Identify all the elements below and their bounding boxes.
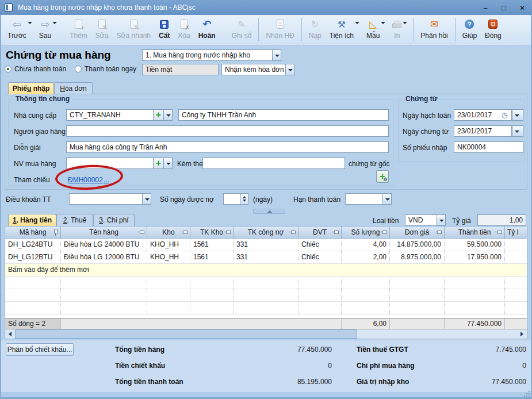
cell-so-luong[interactable]: 2,00: [342, 251, 390, 263]
column-header-don-gia[interactable]: Đơn giá: [390, 227, 445, 238]
resize-grip[interactable]: [523, 393, 530, 397]
cell[interactable]: [445, 277, 505, 289]
cell[interactable]: [5, 302, 61, 314]
cell[interactable]: [61, 302, 147, 314]
doc-type-dropdown-arrow[interactable]: [272, 49, 281, 61]
supplier-code-field[interactable]: CTY_TRANANH: [66, 109, 154, 121]
tab-hang-tien[interactable]: 1. Hàng tiền: [8, 214, 56, 226]
cell-kho[interactable]: KHO_HH: [147, 239, 190, 251]
cell[interactable]: [5, 277, 61, 289]
empty-row[interactable]: [5, 289, 527, 302]
column-header-ma-hang[interactable]: Mã hàng: [5, 227, 61, 238]
tab-phieu-nhap[interactable]: Phiếu nhập: [8, 82, 54, 94]
horizontal-scrollbar[interactable]: [5, 329, 527, 339]
close-button[interactable]: ×: [516, 2, 529, 13]
tab-chi-phi[interactable]: 3. Chi phí: [93, 214, 135, 226]
toolbar-button-tien-ich[interactable]: Tiện ích: [326, 15, 358, 45]
cell-so-luong[interactable]: 4,00: [342, 239, 390, 251]
toolbar-button-sau[interactable]: Sau: [35, 15, 55, 45]
add-new-row-hint[interactable]: Bấm vào đây để thêm mới: [5, 264, 527, 276]
cell-ty-le[interactable]: [505, 239, 527, 251]
allocate-discount-button[interactable]: Phân bổ chiết khấu...: [6, 343, 74, 356]
radio-chua-thanh-toan[interactable]: Chưa thanh toán: [5, 65, 66, 73]
cell[interactable]: [234, 302, 298, 314]
column-header-thanh-tien[interactable]: Thành tiền: [445, 227, 505, 238]
chevron-down-icon[interactable]: [355, 22, 359, 24]
column-header-tk-kho[interactable]: TK Kho: [190, 227, 234, 238]
tab-hoa-don[interactable]: Hóa đơn: [54, 82, 93, 94]
cell-thanh-tien[interactable]: 17.950.000: [445, 251, 505, 263]
cell-ma-hang[interactable]: DH_LG12BTU: [5, 251, 61, 263]
table-row[interactable]: DH_LG24BTU Điều hòa LG 24000 BTU KHO_HH …: [5, 239, 527, 251]
cell[interactable]: [505, 277, 527, 289]
invoice-option-dropdown-arrow[interactable]: [285, 64, 294, 75]
toolbar-button-truoc[interactable]: Trước: [3, 15, 30, 45]
cell[interactable]: [190, 277, 234, 289]
cell-dvt[interactable]: Chiếc: [298, 251, 342, 263]
cell[interactable]: [147, 302, 190, 314]
pin-icon[interactable]: [140, 231, 144, 234]
cell-tk-kho[interactable]: 1561: [190, 251, 234, 263]
description-field[interactable]: Mua hàng của công ty Trần Anh: [66, 141, 389, 153]
cell[interactable]: [445, 302, 505, 314]
cell-don-gia[interactable]: 14.875.000,00: [390, 239, 445, 251]
scroll-right-arrow[interactable]: [517, 329, 527, 339]
supplier-name-field[interactable]: Công ty TNHH Trần Anh: [178, 109, 389, 121]
add-new-row[interactable]: Bấm vào đây để thêm mới: [5, 264, 527, 277]
toolbar-button-hoan[interactable]: Hoãn: [194, 15, 220, 45]
toolbar-button-giup[interactable]: ? Giúp: [458, 15, 481, 45]
add-supplier-button[interactable]: +: [153, 109, 164, 121]
cell[interactable]: [298, 277, 342, 289]
due-date-combobox[interactable]: [345, 193, 383, 205]
debt-days-stepper[interactable]: [223, 193, 248, 205]
cell[interactable]: [61, 277, 147, 289]
pin-icon[interactable]: [183, 231, 187, 234]
deliverer-field[interactable]: [66, 125, 389, 137]
cell[interactable]: [505, 289, 527, 301]
minimize-button[interactable]: –: [479, 2, 492, 13]
cell[interactable]: [445, 289, 505, 301]
due-date-dropdown-arrow[interactable]: [382, 193, 392, 205]
cell[interactable]: [61, 289, 147, 301]
cell[interactable]: [505, 302, 527, 314]
currency-combobox[interactable]: VND: [405, 214, 437, 226]
add-buyer-button[interactable]: +: [153, 158, 164, 169]
cell[interactable]: [298, 289, 342, 301]
currency-dropdown-arrow[interactable]: [437, 214, 446, 226]
pin-icon[interactable]: [437, 231, 442, 234]
cell-tk-kho[interactable]: 1561: [190, 239, 234, 251]
cell[interactable]: [342, 302, 390, 314]
column-header-ten-hang[interactable]: Tên hàng: [61, 227, 147, 238]
scroll-left-arrow[interactable]: [5, 329, 15, 339]
toolbar-button-cat[interactable]: Cất: [155, 15, 174, 45]
pin-icon[interactable]: [54, 229, 58, 233]
cell[interactable]: [342, 277, 390, 289]
pin-icon[interactable]: [226, 231, 231, 234]
attach-field[interactable]: [202, 158, 345, 169]
cell-dvt[interactable]: Chiếc: [298, 239, 342, 251]
invoice-option-combobox[interactable]: Nhận kèm hóa đơn: [221, 64, 286, 75]
cell[interactable]: [390, 277, 445, 289]
column-header-tk-cong-no[interactable]: TK công nợ: [234, 227, 298, 238]
column-header-dvt[interactable]: ĐVT: [298, 227, 342, 238]
cell-ten-hang[interactable]: Điều hòa LG 12000 BTU: [61, 251, 147, 263]
cell[interactable]: [298, 302, 342, 314]
doc-date-dropdown-arrow[interactable]: [512, 125, 523, 137]
column-header-ty-le[interactable]: Tỷ l: [505, 227, 527, 238]
cell[interactable]: [390, 302, 445, 314]
column-header-kho[interactable]: Kho: [147, 227, 190, 238]
radio-thanh-toan-ngay[interactable]: Thanh toán ngay: [75, 65, 136, 73]
maximize-button[interactable]: □: [497, 2, 510, 13]
cell[interactable]: [234, 289, 298, 301]
scrollbar-thumb[interactable]: [15, 329, 357, 339]
pin-icon[interactable]: [291, 231, 296, 234]
toolbar-button-dong[interactable]: O Đóng: [481, 15, 506, 45]
empty-row[interactable]: [5, 302, 527, 314]
pin-icon[interactable]: [334, 231, 339, 234]
payment-terms-dropdown-arrow[interactable]: [142, 193, 151, 205]
doc-type-combobox[interactable]: 1. Mua hàng trong nước nhập kho: [142, 49, 273, 61]
add-reference-button[interactable]: +: [376, 170, 389, 183]
empty-row[interactable]: [5, 277, 527, 289]
cell-ty-le[interactable]: [505, 251, 527, 263]
tab-thue[interactable]: 2. Thuế: [56, 214, 93, 226]
